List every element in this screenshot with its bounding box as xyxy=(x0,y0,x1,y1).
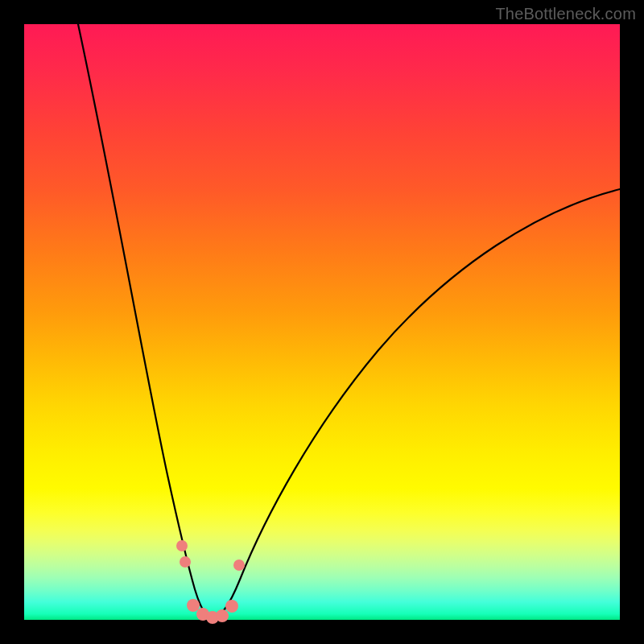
outer-frame: TheBottleneck.com xyxy=(0,0,644,644)
bottleneck-curve-left xyxy=(78,24,211,618)
chart-svg xyxy=(24,24,620,620)
marker-dot xyxy=(233,559,245,571)
marker-dot xyxy=(187,599,200,612)
plot-area xyxy=(24,24,620,620)
marker-dot xyxy=(176,540,188,551)
marker-dot xyxy=(225,600,238,613)
watermark-text: TheBottleneck.com xyxy=(495,5,636,23)
marker-dot xyxy=(180,556,191,568)
marker-dot xyxy=(216,609,229,622)
bottleneck-curve-right xyxy=(211,189,620,618)
